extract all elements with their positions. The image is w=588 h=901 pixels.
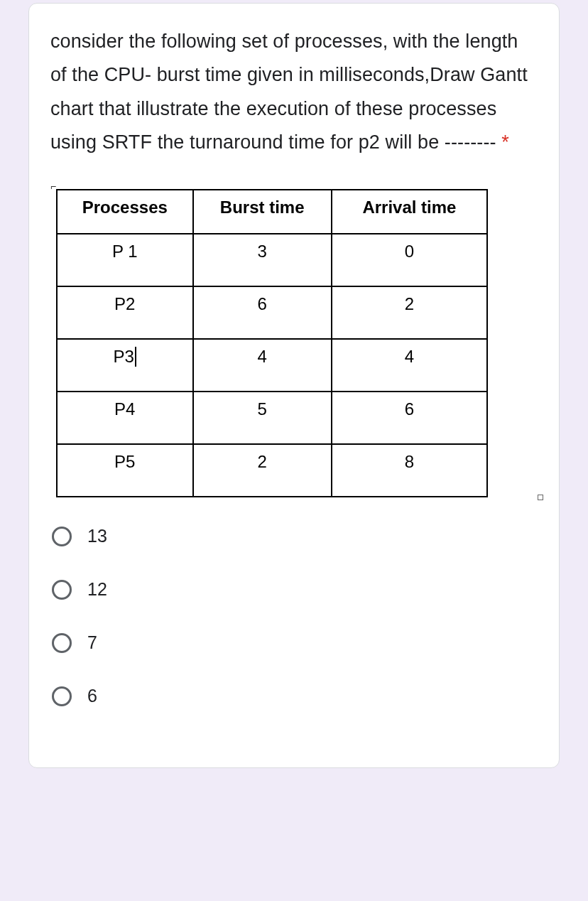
image-anchor-bottom-right (538, 495, 543, 500)
cell-arrival: 4 (332, 339, 487, 392)
cell-arrival: 6 (332, 392, 487, 444)
image-anchor-top-left: ⌐ (50, 180, 58, 188)
process-table: Processes Burst time Arrival time P 130P… (56, 189, 488, 497)
radio-option[interactable]: 7 (52, 632, 538, 653)
table-row: P456 (57, 392, 487, 444)
cell-burst: 5 (193, 392, 332, 444)
radio-option[interactable]: 6 (52, 686, 538, 706)
cell-burst: 2 (193, 444, 332, 497)
process-table-wrap: ⌐ Processes Burst time Arrival time P 13… (50, 189, 538, 497)
table-row: P344 (57, 339, 487, 392)
option-label: 12 (87, 579, 107, 600)
option-label: 13 (87, 526, 107, 546)
cell-process: P4 (57, 392, 193, 444)
table-row: P528 (57, 444, 487, 497)
cell-arrival: 2 (332, 286, 487, 339)
cell-process: P3 (57, 339, 193, 392)
options-group: 131276 (52, 526, 538, 706)
option-label: 7 (87, 632, 97, 653)
table-row: P 130 (57, 234, 487, 286)
radio-icon (52, 633, 72, 653)
question-card: consider the following set of processes,… (28, 3, 560, 768)
question-body: consider the following set of processes,… (50, 31, 528, 153)
cell-process: P 1 (57, 234, 193, 286)
cell-burst: 4 (193, 339, 332, 392)
radio-option[interactable]: 12 (52, 579, 538, 600)
table-header-row: Processes Burst time Arrival time (57, 190, 487, 234)
radio-icon (52, 580, 72, 600)
cell-arrival: 0 (332, 234, 487, 286)
cell-arrival: 8 (332, 444, 487, 497)
radio-icon (52, 686, 72, 706)
cell-process: P2 (57, 286, 193, 339)
header-processes: Processes (57, 190, 193, 234)
cell-process: P5 (57, 444, 193, 497)
question-text: consider the following set of processes,… (50, 25, 538, 159)
header-arrival: Arrival time (332, 190, 487, 234)
header-burst: Burst time (193, 190, 332, 234)
radio-option[interactable]: 13 (52, 526, 538, 546)
cell-burst: 6 (193, 286, 332, 339)
table-row: P262 (57, 286, 487, 339)
table-body: P 130P262P344P456P528 (57, 234, 487, 497)
required-asterisk: * (501, 131, 509, 153)
radio-icon (52, 527, 72, 546)
option-label: 6 (87, 686, 97, 706)
cell-burst: 3 (193, 234, 332, 286)
